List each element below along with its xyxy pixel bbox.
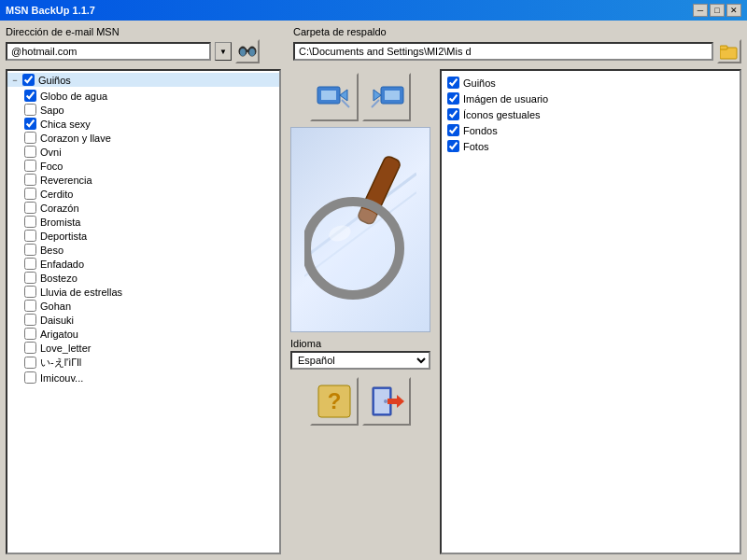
item-checkbox-15[interactable] <box>24 300 36 312</box>
svg-rect-6 <box>720 46 727 49</box>
item-checkbox-14[interactable] <box>24 286 36 298</box>
svg-marker-9 <box>340 90 347 101</box>
svg-marker-13 <box>374 90 381 101</box>
root-item: − Guiños <box>7 73 279 87</box>
right-item-checkbox-0[interactable] <box>447 77 459 89</box>
title-bar: MSN BackUp 1.1.7 ─ □ ✕ <box>0 0 747 21</box>
item-checkbox-6[interactable] <box>24 174 36 186</box>
item-checkbox-8[interactable] <box>24 202 36 214</box>
item-label-10: Deportista <box>40 231 87 242</box>
email-input-row: ▼ <box>6 39 286 63</box>
email-dropdown-button[interactable]: ▼ <box>215 42 232 61</box>
list-item: Enfadado <box>7 257 279 271</box>
search-button[interactable] <box>235 39 260 63</box>
item-checkbox-10[interactable] <box>24 230 36 242</box>
list-item: い-えl'ìΓll <box>7 355 279 371</box>
action-buttons-bottom: ? <box>310 377 411 426</box>
list-item: Bostezo <box>7 271 279 285</box>
item-label-17: Arigatou <box>40 329 78 340</box>
exit-button[interactable] <box>362 377 411 426</box>
help-icon: ? <box>317 384 352 419</box>
item-checkbox-20[interactable] <box>24 371 36 384</box>
exit-icon <box>369 384 404 419</box>
item-checkbox-16[interactable] <box>24 314 36 326</box>
item-label-7: Cerdito <box>40 189 73 200</box>
item-label-18: Love_letter <box>40 343 91 354</box>
svg-line-14 <box>372 100 379 107</box>
language-select-row: Español English Français Deutsch <box>290 351 430 370</box>
item-checkbox-1[interactable] <box>24 104 36 116</box>
email-label: Dirección de e-mail MSN <box>6 26 286 37</box>
item-checkbox-4[interactable] <box>24 146 36 158</box>
item-checkbox-0[interactable] <box>24 90 36 102</box>
close-button[interactable]: ✕ <box>726 4 741 17</box>
root-checkbox[interactable] <box>22 74 35 86</box>
main-content: − Guiños Globo de aguaSapoChica sexyCora… <box>6 69 741 554</box>
right-item-checkbox-1[interactable] <box>447 92 459 105</box>
list-item: Corazón <box>7 201 279 215</box>
item-label-16: Daisuki <box>40 315 74 326</box>
item-checkbox-3[interactable] <box>24 132 36 144</box>
tree-root: − Guiños <box>7 71 279 89</box>
item-label-3: Corazon y llave <box>40 133 111 144</box>
item-label-4: Ovni <box>40 147 62 158</box>
right-item-checkbox-2[interactable] <box>447 108 459 120</box>
right-panel[interactable]: GuiñosImágen de usuarioÍconos gestualesF… <box>440 69 741 554</box>
list-item: Reverencia <box>7 173 279 187</box>
item-label-0: Globo de agua <box>40 91 107 102</box>
svg-marker-26 <box>397 395 404 408</box>
checklist-container: Globo de aguaSapoChica sexyCorazon y lla… <box>7 89 279 385</box>
folder-browse-button[interactable] <box>717 39 741 63</box>
list-item: Lluvia de estrellas <box>7 285 279 299</box>
binoculars-icon <box>238 43 257 60</box>
folder-section: Carpeta de respaldo <box>293 26 741 63</box>
item-checkbox-13[interactable] <box>24 272 36 284</box>
item-checkbox-11[interactable] <box>24 244 36 256</box>
list-item: Daisuki <box>7 313 279 327</box>
right-panel-item: Fondos <box>445 122 736 138</box>
backup-back-button[interactable] <box>362 73 411 121</box>
minimize-button[interactable]: ─ <box>693 4 708 17</box>
folder-icon <box>720 43 739 60</box>
right-item-checkbox-4[interactable] <box>447 140 459 152</box>
item-checkbox-19[interactable] <box>24 357 36 369</box>
tree-expand-icon[interactable]: − <box>9 75 21 86</box>
list-item: Foco <box>7 159 279 173</box>
right-item-label-3: Fondos <box>463 125 498 136</box>
right-item-checkbox-3[interactable] <box>447 124 459 136</box>
right-item-label-1: Imágen de usuario <box>463 93 548 105</box>
folder-input-row <box>293 39 741 63</box>
right-panel-container: GuiñosImágen de usuarioÍconos gestualesF… <box>445 75 736 154</box>
item-label-19: い-えl'ìΓll <box>40 356 81 370</box>
help-button[interactable]: ? <box>310 377 359 426</box>
item-label-20: Imicouv... <box>40 372 83 384</box>
item-label-9: Bromista <box>40 217 80 228</box>
list-item: Love_letter <box>7 341 279 355</box>
list-item: Chica sexy <box>7 117 279 131</box>
backup-forward-button[interactable] <box>310 73 359 121</box>
right-panel-item: Guiños <box>445 75 736 91</box>
item-checkbox-12[interactable] <box>24 258 36 270</box>
language-label: Idioma <box>290 338 430 349</box>
right-item-label-4: Fotos <box>463 141 489 152</box>
item-label-6: Reverencia <box>40 175 92 186</box>
window-controls: ─ □ ✕ <box>693 4 741 17</box>
folder-input[interactable] <box>293 42 713 61</box>
item-checkbox-17[interactable] <box>24 328 36 340</box>
language-select[interactable]: Español English Français Deutsch <box>290 351 430 370</box>
list-item: Ovni <box>7 145 279 159</box>
item-checkbox-2[interactable] <box>24 118 36 130</box>
action-buttons-top <box>310 73 411 121</box>
item-checkbox-7[interactable] <box>24 188 36 200</box>
right-panel-item: Íconos gestuales <box>445 106 736 122</box>
list-item: Cerdito <box>7 187 279 201</box>
item-checkbox-18[interactable] <box>24 342 36 354</box>
left-panel[interactable]: − Guiños Globo de aguaSapoChica sexyCora… <box>6 69 281 554</box>
item-checkbox-5[interactable] <box>24 160 36 172</box>
item-label-11: Beso <box>40 245 63 256</box>
maximize-button[interactable]: □ <box>710 4 725 17</box>
item-checkbox-9[interactable] <box>24 216 36 228</box>
right-item-label-0: Guiños <box>463 77 496 89</box>
right-panel-item: Imágen de usuario <box>445 91 736 106</box>
email-input[interactable] <box>6 42 211 61</box>
